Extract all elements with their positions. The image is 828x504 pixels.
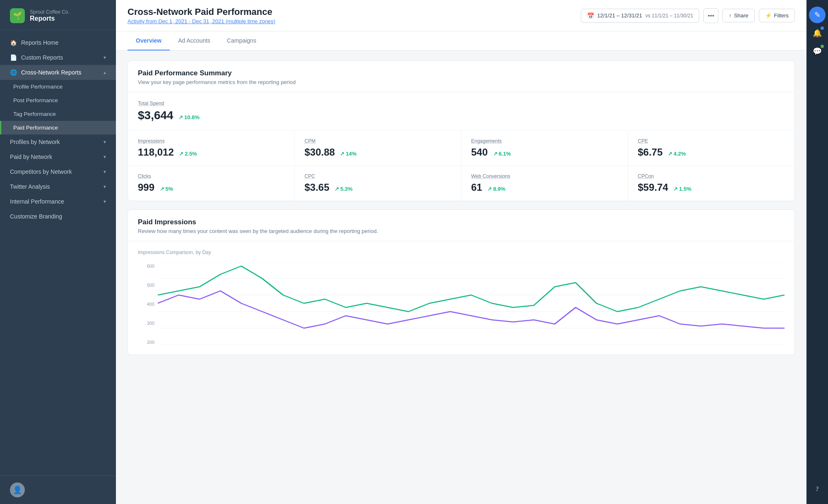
app-logo: 🌱	[10, 8, 25, 23]
summary-card-subtitle: View your key page performance metrics f…	[138, 79, 785, 85]
chart-line-previous	[158, 291, 785, 328]
content-area: Paid Performance Summary View your key p…	[116, 50, 806, 504]
arrow-up-icon: ↗	[335, 186, 339, 192]
user-avatar[interactable]: 👤	[10, 482, 25, 497]
y-label-300: 300	[138, 321, 154, 326]
subtitle-link[interactable]: multiple	[227, 18, 246, 24]
arrow-up-icon: ↗	[179, 151, 183, 157]
sidebar-item-reports-home[interactable]: 🏠 Reports Home	[0, 35, 116, 50]
more-options-button[interactable]: •••	[703, 8, 718, 23]
edit-icon-button[interactable]: ✎	[809, 7, 826, 23]
sidebar-item-cross-network[interactable]: 🌐 Cross-Network Reports ▴	[0, 65, 116, 80]
compare-range: vs 11/1/21 – 11/30/21	[645, 13, 693, 19]
home-icon: 🏠	[10, 39, 17, 46]
chevron-up-icon: ▴	[104, 70, 106, 75]
impressions-card-title: Paid Impressions	[138, 218, 785, 226]
sidebar-sub-profile-performance[interactable]: Profile Performance	[0, 80, 116, 94]
metric-impressions: Impressions 118,012 ↗ 2.5%	[128, 131, 295, 166]
date-range-button[interactable]: 📅 12/1/21 – 12/31/21 vs 11/1/21 – 11/30/…	[581, 9, 700, 23]
summary-card-title: Paid Performance Summary	[138, 69, 785, 77]
tabs-bar: Overview Ad Accounts Campaigns	[116, 31, 806, 50]
chevron-icon: ▾	[104, 184, 106, 190]
impressions-chart-svg	[158, 262, 785, 345]
filters-icon: ⚡	[765, 12, 772, 19]
arrow-up-icon: ↗	[668, 151, 672, 157]
edit-icon: ✎	[814, 10, 821, 19]
tab-overview[interactable]: Overview	[128, 31, 170, 50]
share-button[interactable]: ↑ Share	[722, 9, 754, 22]
sidebar-footer: 👤	[0, 475, 116, 504]
total-spend-label: Total Spend	[138, 101, 785, 106]
total-spend-value: $3,644	[138, 109, 173, 122]
tab-campaigns[interactable]: Campaigns	[219, 31, 265, 50]
subtitle-prefix: Activity from Dec 1, 2021 - Dec 31, 2021…	[128, 18, 227, 24]
share-icon: ↑	[729, 12, 732, 19]
chevron-down-icon: ▾	[104, 55, 106, 60]
metric-cpm: CPM $30.88 ↗ 14%	[295, 131, 462, 166]
custom-reports-icon: 📄	[10, 54, 17, 61]
chart-wrapper: 600 500 400 300 200	[138, 262, 785, 346]
cross-network-label: Cross-Network Reports	[21, 69, 81, 76]
customize-branding-label: Customize Branding	[10, 213, 62, 220]
sidebar-sub-paid-performance[interactable]: Paid Performance	[0, 121, 116, 134]
sidebar-item-twitter-analysis[interactable]: Twitter Analysis ▾	[0, 179, 116, 194]
arrow-up-icon: ↗	[493, 151, 498, 157]
arrow-up-icon: ↗	[673, 186, 678, 192]
internal-performance-label: Internal Performance	[10, 198, 64, 205]
subtitle-suffix: time zones)	[246, 18, 275, 24]
sidebar-item-customize-branding[interactable]: Customize Branding	[0, 209, 116, 224]
y-label-600: 600	[138, 264, 154, 269]
bell-icon: 🔔	[813, 29, 822, 38]
total-spend-change: ↗ 10.6%	[178, 114, 200, 120]
sidebar-item-paid-by-network[interactable]: Paid by Network ▾	[0, 149, 116, 164]
metrics-grid: Impressions 118,012 ↗ 2.5% CPM $30.88	[128, 131, 794, 201]
ellipsis-icon: •••	[708, 12, 715, 19]
network-icon: 🌐	[10, 69, 17, 76]
arrow-up-icon: ↗	[487, 186, 492, 192]
help-button[interactable]: ?	[809, 481, 826, 497]
messages-button[interactable]: 💬	[809, 43, 826, 60]
tab-ad-accounts[interactable]: Ad Accounts	[170, 31, 219, 50]
paid-performance-summary-card: Paid Performance Summary View your key p…	[128, 60, 795, 201]
sidebar-item-competitors-by-network[interactable]: Competitors by Network ▾	[0, 164, 116, 179]
chart-line-current	[158, 266, 785, 312]
company-name: Sprout Coffee Co.	[30, 9, 70, 15]
metric-clicks: Clicks 999 ↗ 5%	[128, 166, 295, 201]
chart-label: Impressions Comparison, by Day	[138, 250, 785, 255]
sidebar-header: 🌱 Sprout Coffee Co. Reports	[0, 0, 116, 30]
profile-performance-label: Profile Performance	[13, 84, 63, 90]
chat-icon: 💬	[813, 47, 822, 56]
impressions-chart-section: Impressions Comparison, by Day 600 500 4…	[128, 241, 794, 355]
notifications-button[interactable]: 🔔	[809, 25, 826, 41]
arrow-up-icon: ↗	[178, 114, 183, 120]
metric-cpc: CPC $3.65 ↗ 5.3%	[295, 166, 462, 201]
share-label: Share	[734, 12, 749, 19]
metric-cpcon: CPCon $59.74 ↗ 1.5%	[628, 166, 795, 201]
post-performance-label: Post Performance	[13, 97, 58, 103]
page-subtitle: Activity from Dec 1, 2021 - Dec 31, 2021…	[128, 18, 275, 24]
paid-impressions-card: Paid Impressions Review how many times y…	[128, 209, 795, 355]
custom-reports-label: Custom Reports	[21, 54, 63, 61]
sidebar-sub-tag-performance[interactable]: Tag Performance	[0, 107, 116, 121]
paid-by-network-label: Paid by Network	[10, 154, 52, 160]
paid-performance-label: Paid Performance	[13, 125, 58, 131]
arrow-up-icon: ↗	[160, 186, 164, 192]
y-label-400: 400	[138, 302, 154, 307]
tag-performance-label: Tag Performance	[13, 111, 56, 117]
notification-badge	[821, 26, 824, 30]
twitter-analysis-label: Twitter Analysis	[10, 183, 50, 190]
sidebar-item-profiles-by-network[interactable]: Profiles by Network ▾	[0, 134, 116, 149]
date-range-value: 12/1/21 – 12/31/21	[597, 12, 642, 19]
calendar-icon: 📅	[587, 12, 594, 19]
total-spend-section: Total Spend $3,644 ↗ 10.6%	[128, 92, 794, 131]
sidebar-item-custom-reports[interactable]: 📄 Custom Reports ▾	[0, 50, 116, 65]
message-badge	[821, 45, 824, 48]
y-label-200: 200	[138, 340, 154, 345]
profiles-label: Profiles by Network	[10, 139, 60, 145]
sidebar-sub-post-performance[interactable]: Post Performance	[0, 94, 116, 107]
topbar: Cross-Network Paid Performance Activity …	[116, 0, 806, 31]
sidebar: 🌱 Sprout Coffee Co. Reports 🏠 Reports Ho…	[0, 0, 116, 504]
sidebar-item-internal-performance[interactable]: Internal Performance ▾	[0, 194, 116, 209]
filters-button[interactable]: ⚡ Filters	[759, 9, 795, 22]
metric-engagements: Engagements 540 ↗ 6.1%	[461, 131, 628, 166]
